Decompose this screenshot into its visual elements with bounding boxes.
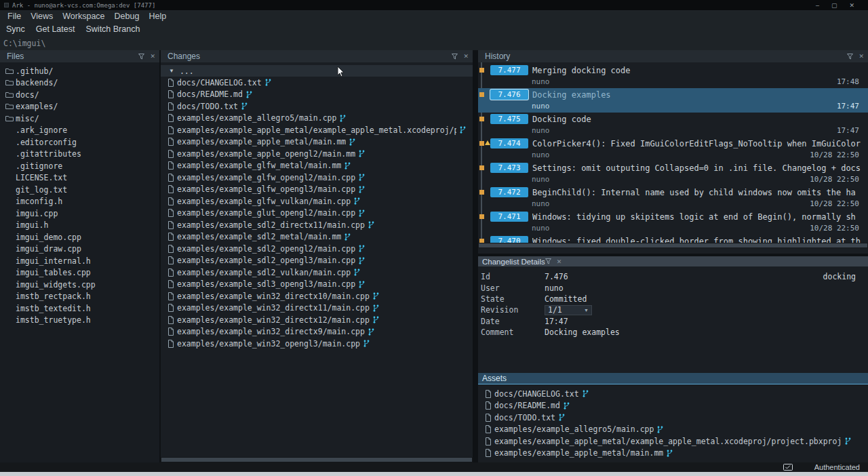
- file-tree-row[interactable]: imgui_demo.cpp: [0, 231, 159, 243]
- file-tree-row[interactable]: .github/: [0, 65, 159, 77]
- file-tree-row[interactable]: LICENSE.txt: [0, 172, 159, 184]
- file-tree-row[interactable]: imgui_internal.h: [0, 255, 159, 267]
- asset-row[interactable]: docs/TODO.txt: [478, 412, 868, 424]
- changed-file-row[interactable]: docs/CHANGELOG.txt: [161, 77, 473, 89]
- file-tree-row[interactable]: imgui.cpp: [0, 207, 159, 220]
- close-icon[interactable]: ✕: [150, 53, 155, 60]
- filter-icon[interactable]: [138, 54, 144, 60]
- file-tree-row[interactable]: git_log.txt: [0, 184, 159, 196]
- changes-horizontal-scrollbar[interactable]: [161, 457, 473, 462]
- changed-file-row[interactable]: docs/TODO.txt: [161, 100, 473, 113]
- changed-file-row[interactable]: examples/example_apple_opengl2/main.mm: [161, 148, 473, 160]
- changed-file-row[interactable]: examples/example_sdl2_vulkan/main.cpp: [161, 266, 473, 279]
- detail-value-box[interactable]: 7.476 ▼: [545, 272, 568, 281]
- changed-file-row[interactable]: examples/example_glfw_opengl2/main.cpp: [161, 172, 473, 184]
- file-tree-row[interactable]: imstb_textedit.h: [0, 302, 159, 315]
- detail-value-box[interactable]: 1/1 ▼: [545, 305, 592, 315]
- file-tree-row[interactable]: .ark_ignore: [0, 125, 159, 137]
- file-tree-row[interactable]: imgui_draw.cpp: [0, 243, 159, 256]
- scrollbar-thumb[interactable]: [479, 243, 867, 247]
- changeset-badge[interactable]: 7.473: [490, 163, 528, 173]
- asset-row[interactable]: examples/example_apple_metal/example_app…: [478, 435, 868, 448]
- history-row[interactable]: 7.475 Docking code nuno 17:47: [478, 113, 868, 137]
- file-tree-row[interactable]: imgui_tables.cpp: [0, 267, 159, 279]
- file-tree-row[interactable]: imconfig.h: [0, 196, 159, 208]
- changed-file-row[interactable]: examples/example_glfw_opengl3/main.cpp: [161, 184, 473, 196]
- file-tree-row[interactable]: imgui.h: [0, 220, 159, 232]
- asset-row[interactable]: examples/example_apple_metal/main.mm: [478, 448, 868, 460]
- bottom-scrollbar[interactable]: [0, 472, 868, 476]
- changed-file-row[interactable]: examples/example_win32_directx12/main.cp…: [161, 314, 473, 326]
- changed-file-row[interactable]: examples/example_glfw_metal/main.mm: [161, 160, 473, 172]
- detail-value-box[interactable]: nuno ▼: [545, 283, 564, 293]
- changed-file-row[interactable]: examples/example_sdl3_opengl3/main.cpp: [161, 279, 473, 291]
- changeset-badge[interactable]: 7.474: [490, 138, 528, 148]
- close-icon[interactable]: ✕: [463, 53, 469, 60]
- asset-row[interactable]: docs/CHANGELOG.txt: [478, 388, 868, 400]
- file-name: imgui_demo.cpp: [16, 233, 81, 242]
- history-row[interactable]: 7.471 Windows: tidying up skipitems logi…: [478, 210, 868, 235]
- history-row[interactable]: 7.477 Merging docking code nuno 17:48: [478, 64, 868, 88]
- history-row[interactable]: 7.474 ColorPicker4(): Fixed ImGuiColorEd…: [478, 137, 868, 161]
- changed-file-row[interactable]: docs/README.md: [161, 89, 473, 101]
- maximize-button[interactable]: ▢: [831, 2, 837, 9]
- file-tree-row[interactable]: backends/: [0, 77, 159, 90]
- minimize-button[interactable]: –: [816, 2, 819, 9]
- menu-item[interactable]: Debug: [110, 12, 144, 21]
- scrollbar-thumb[interactable]: [161, 458, 472, 462]
- changed-file-row[interactable]: examples/example_win32_directx11/main.cp…: [161, 302, 473, 315]
- close-icon[interactable]: ✕: [859, 53, 864, 60]
- file-tree-row[interactable]: examples/: [0, 101, 159, 113]
- history-row[interactable]: 7.476 Docking examples nuno 17:47: [478, 88, 868, 113]
- changed-file-row[interactable]: examples/example_win32_directx9/main.cpp: [161, 326, 473, 338]
- changed-file-row[interactable]: examples/example_sdl2_opengl3/main.cpp: [161, 255, 473, 267]
- changed-file-row[interactable]: examples/example_allegro5/main.cpp: [161, 113, 473, 125]
- file-tree-row[interactable]: imstb_rectpack.h: [0, 291, 159, 303]
- changed-file-row[interactable]: examples/example_apple_metal/main.mm: [161, 136, 473, 148]
- dropdown-arrow-icon[interactable]: ▼: [584, 308, 589, 313]
- file-tree-row[interactable]: .gitattributes: [0, 148, 159, 161]
- close-button[interactable]: ✕: [849, 2, 854, 9]
- filter-icon[interactable]: [847, 54, 853, 60]
- assets-panel-header[interactable]: Assets: [478, 373, 868, 384]
- changeset-badge[interactable]: 7.471: [490, 212, 528, 222]
- asset-row[interactable]: docs/README.md: [478, 400, 868, 412]
- changed-file-row[interactable]: examples/example_glut_opengl2/main.cpp: [161, 207, 473, 220]
- filter-icon[interactable]: [452, 54, 458, 60]
- filter-icon[interactable]: [545, 258, 551, 264]
- changed-file-row[interactable]: examples/example_sdl2_opengl2/main.cpp: [161, 243, 473, 255]
- history-horizontal-scrollbar[interactable]: [478, 243, 868, 248]
- close-icon[interactable]: ✕: [557, 258, 562, 265]
- file-tree-row[interactable]: .editorconfig: [0, 136, 159, 148]
- expand-arrow-icon[interactable]: ▼: [169, 68, 174, 74]
- menu-item[interactable]: File: [3, 12, 26, 21]
- file-tree-row[interactable]: misc/: [0, 113, 159, 125]
- asset-row[interactable]: examples/example_allegro5/main.cpp: [478, 424, 868, 436]
- changed-file-row[interactable]: examples/example_sdl2_directx11/main.cpp: [161, 219, 473, 231]
- changed-file-row[interactable]: examples/example_sdl2_metal/main.mm: [161, 231, 473, 243]
- toolbar-button[interactable]: Get Latest: [33, 24, 79, 34]
- changed-file-row[interactable]: examples/example_apple_metal/example_app…: [161, 124, 473, 136]
- menu-item[interactable]: Help: [144, 12, 171, 21]
- file-tree-row[interactable]: .gitignore: [0, 160, 159, 172]
- detail-value-box[interactable]: Committed ▼: [545, 294, 587, 304]
- changeset-badge[interactable]: 7.472: [490, 187, 528, 197]
- changes-root-row[interactable]: ▼ ...: [161, 65, 473, 77]
- history-row[interactable]: 7.472 BeginChild(): Internal name used b…: [478, 186, 868, 210]
- changed-file-row[interactable]: examples/example_win32_directx10/main.cp…: [161, 290, 473, 302]
- file-tree-row[interactable]: imgui_widgets.cpp: [0, 279, 159, 291]
- detail-value-box[interactable]: Docking examples ▼: [545, 328, 620, 337]
- detail-value-box[interactable]: 17:47 ▼: [545, 317, 568, 326]
- toolbar-button[interactable]: Switch Branch: [82, 24, 143, 34]
- menu-item[interactable]: Workspace: [58, 12, 109, 21]
- menu-item[interactable]: Views: [26, 12, 58, 21]
- changeset-badge[interactable]: 7.477: [490, 65, 528, 75]
- file-tree-row[interactable]: docs/: [0, 89, 159, 101]
- history-row[interactable]: 7.473 Settings: omit outputing Collapsed…: [478, 161, 868, 186]
- changeset-badge[interactable]: 7.475: [490, 114, 528, 124]
- toolbar-button[interactable]: Sync: [3, 24, 28, 34]
- changed-file-row[interactable]: examples/example_win32_opengl3/main.cpp: [161, 338, 473, 350]
- changed-file-row[interactable]: examples/example_glfw_vulkan/main.cpp: [161, 195, 473, 207]
- file-tree-row[interactable]: imstb_truetype.h: [0, 315, 159, 327]
- changeset-badge[interactable]: 7.476: [490, 90, 528, 100]
